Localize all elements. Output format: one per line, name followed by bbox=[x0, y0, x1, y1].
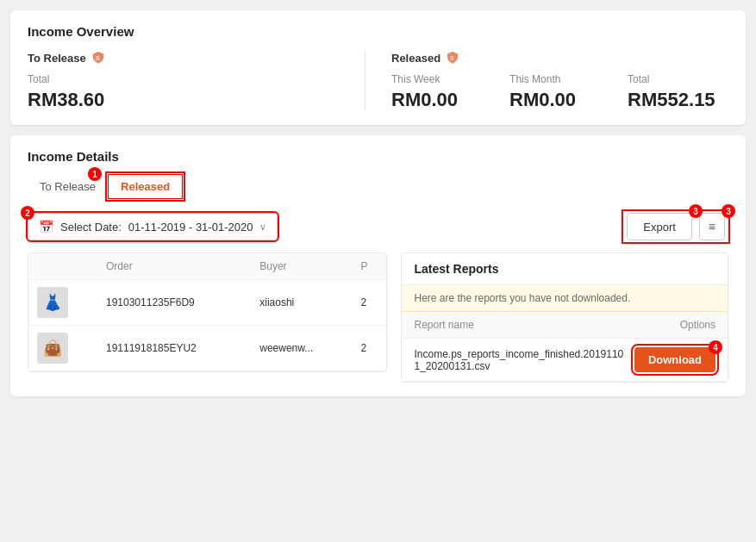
annotation-badge-1: 1 bbox=[88, 167, 102, 181]
toolbar-right: 3 3 Export ≡ bbox=[623, 211, 728, 242]
amount: 2 bbox=[352, 326, 386, 371]
download-btn-wrap: 4 Download bbox=[634, 347, 715, 372]
amount: 2 bbox=[352, 280, 386, 326]
to-release-section: To Release S Total RM38.60 bbox=[28, 51, 365, 111]
table-row: 👜 19111918185EYU2 weewenw... 2 bbox=[28, 326, 386, 371]
date-label: Select Date: bbox=[60, 221, 122, 234]
reports-table-header: Report name Options bbox=[402, 312, 728, 339]
to-release-label: To Release bbox=[28, 52, 86, 65]
menu-icon-button[interactable]: ≡ bbox=[699, 213, 725, 240]
report-row: Income.ps_reports_income_finished.201911… bbox=[402, 339, 728, 382]
svg-text:S: S bbox=[450, 55, 454, 61]
col-p: P bbox=[352, 253, 386, 280]
total-col: Total RM552.15 bbox=[628, 73, 715, 111]
date-picker-button[interactable]: 📅 Select Date: 01-11-2019 - 31-01-2020 ∨ bbox=[28, 213, 278, 240]
col-thumb bbox=[28, 253, 97, 280]
to-release-header: To Release S bbox=[28, 51, 365, 65]
hamburger-icon: ≡ bbox=[709, 220, 715, 234]
order-id: 19111918185EYU2 bbox=[97, 326, 251, 371]
released-total-label: Total bbox=[628, 73, 715, 85]
this-week-value: RM0.00 bbox=[391, 89, 458, 111]
reports-list: Income.ps_reports_income_finished.201911… bbox=[402, 339, 728, 382]
toolbar-row: 2 📅 Select Date: 01-11-2019 - 31-01-2020… bbox=[28, 211, 728, 242]
bottom-section: Order Buyer P 👗 19103011235F6D9 xiiaoshi… bbox=[28, 252, 728, 383]
this-week-label: This Week bbox=[391, 73, 458, 85]
download-button[interactable]: Download bbox=[634, 347, 715, 372]
thumb-img: 👜 bbox=[37, 333, 68, 364]
annotation-badge-3b: 3 bbox=[722, 204, 735, 218]
released-columns: This Week RM0.00 This Month RM0.00 Total… bbox=[391, 73, 728, 111]
product-thumbnail: 👗 bbox=[28, 280, 97, 326]
orders-table: Order Buyer P 👗 19103011235F6D9 xiiaoshi… bbox=[28, 253, 386, 371]
reports-notice: Here are the reports you have not downlo… bbox=[402, 285, 728, 312]
income-overview-title: Income Overview bbox=[28, 24, 728, 39]
col-order: Order bbox=[97, 253, 251, 280]
reports-title: Latest Reports bbox=[402, 253, 728, 285]
annotation-badge-4: 4 bbox=[709, 340, 722, 354]
annotation-badge-2: 2 bbox=[21, 206, 34, 220]
released-total-value: RM552.15 bbox=[628, 89, 715, 111]
reports-section: Latest Reports Here are the reports you … bbox=[401, 252, 728, 383]
calendar-icon: 📅 bbox=[39, 220, 53, 234]
to-release-value: RM38.60 bbox=[28, 89, 365, 111]
reports-card: Latest Reports Here are the reports you … bbox=[401, 252, 728, 383]
income-overview-card: Income Overview To Release S Total RM38.… bbox=[10, 10, 746, 125]
report-file-name: Income.ps_reports_income_finished.201911… bbox=[414, 348, 625, 372]
shield-icon: S bbox=[91, 51, 105, 65]
shield-icon-released: S bbox=[446, 51, 459, 65]
to-release-total-label: Total bbox=[28, 73, 365, 85]
this-week-col: This Week RM0.00 bbox=[391, 73, 458, 111]
income-details-card: Income Details 1 To Release Released 2 📅… bbox=[10, 135, 746, 396]
svg-text:S: S bbox=[96, 55, 100, 61]
tabs-container: 1 To Release Released bbox=[28, 174, 183, 199]
this-month-label: This Month bbox=[509, 73, 576, 85]
income-details-title: Income Details bbox=[28, 149, 728, 164]
order-id: 19103011235F6D9 bbox=[97, 280, 251, 326]
thumb-img: 👗 bbox=[37, 287, 68, 318]
tab-released[interactable]: Released bbox=[108, 174, 183, 199]
col-options: Options bbox=[680, 319, 715, 331]
table-row: 👗 19103011235F6D9 xiiaoshi 2 bbox=[28, 280, 386, 326]
released-label: Released bbox=[391, 52, 440, 65]
export-button[interactable]: Export bbox=[627, 213, 692, 240]
col-buyer: Buyer bbox=[251, 253, 352, 280]
overview-sections: To Release S Total RM38.60 Released S bbox=[28, 51, 728, 111]
chevron-down-icon: ∨ bbox=[259, 221, 266, 233]
released-header: Released S bbox=[391, 51, 728, 65]
table-header-row: Order Buyer P bbox=[28, 253, 386, 280]
buyer-name: xiiaoshi bbox=[251, 280, 352, 326]
this-month-col: This Month RM0.00 bbox=[509, 73, 576, 111]
this-month-value: RM0.00 bbox=[509, 89, 576, 111]
orders-table-wrapper: Order Buyer P 👗 19103011235F6D9 xiiaoshi… bbox=[28, 252, 387, 372]
released-section: Released S This Week RM0.00 This Month R… bbox=[365, 51, 728, 111]
col-report-name: Report name bbox=[414, 319, 473, 331]
annotation-badge-3a: 3 bbox=[689, 204, 703, 218]
table-section: Order Buyer P 👗 19103011235F6D9 xiiaoshi… bbox=[28, 252, 387, 383]
buyer-name: weewenw... bbox=[251, 326, 352, 371]
product-thumbnail: 👜 bbox=[28, 326, 97, 371]
date-range-value: 01-11-2019 - 31-01-2020 bbox=[128, 221, 253, 234]
date-picker-wrap: 2 📅 Select Date: 01-11-2019 - 31-01-2020… bbox=[28, 213, 278, 240]
